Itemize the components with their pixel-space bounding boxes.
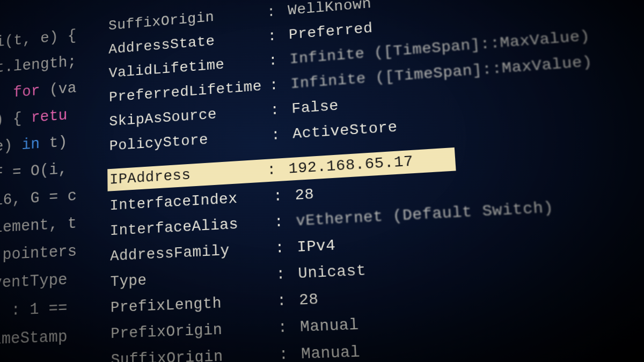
terminal-output: Origin: WellKnown SuffixOrigin: WellKnow… [108,0,644,362]
terminal-screen: i(t, e) { t.length; for (va ) { retu e) … [0,0,644,362]
colon-separator: : [270,122,293,149]
colon-separator: : [277,314,301,342]
colon-separator: : [270,97,292,123]
colon-separator: : [267,23,289,49]
code-line: .pointers [0,242,77,264]
keyword-in: in [21,135,40,154]
code-line: t.length; [0,52,86,76]
code-editor-fragment: i(t, e) { t.length; for (va ) { retu e) … [0,0,112,362]
keyword-for: for [0,82,49,103]
colon-separator: : [266,0,288,25]
code-line: ) : 1 == [0,299,68,320]
colon-separator: : [269,72,291,98]
colon-separator: : [274,208,296,235]
code-line: imeStamp [0,327,77,349]
code-line: F = O(i, [0,159,77,182]
code-line: ventType [0,270,77,292]
code-line: ) { [0,109,31,129]
code-line: e) [0,136,22,156]
code-line: i(t, e) { [0,27,77,50]
code-line: 16, G = c [0,187,77,209]
colon-separator: : [275,234,298,262]
code-line: lement, t [0,215,77,237]
colon-separator: : [275,261,298,288]
colon-separator: : [268,47,290,73]
colon-separator: : [276,287,299,314]
colon-separator: : [273,182,295,209]
colon-separator: : [279,341,302,362]
keyword-return: retu [31,107,68,127]
code-line: (va [49,79,77,99]
code-line: t) [40,132,77,152]
colon-separator: : [267,158,289,182]
